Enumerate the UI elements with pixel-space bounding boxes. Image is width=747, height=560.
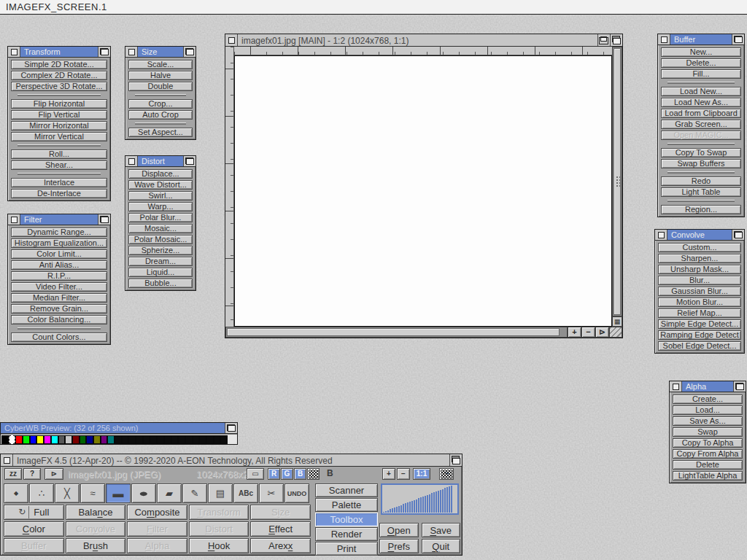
copy-from-alpha-button[interactable]: Copy From Alpha [673,449,743,459]
depth-icon[interactable] [183,156,196,166]
balance-button[interactable]: Balance [66,505,126,520]
dither-swatch-icon[interactable] [307,468,320,480]
shear-button[interactable]: Shear... [11,160,107,170]
image-canvas[interactable] [234,55,612,327]
depth-icon[interactable] [733,381,746,392]
redo-button[interactable]: Redo [661,176,741,186]
color-swatch[interactable] [193,435,200,444]
color-swatch[interactable] [65,435,72,444]
color-swatch[interactable] [80,435,87,444]
undo-button[interactable]: UNDO [285,483,309,503]
quit-button[interactable]: Quit [422,539,461,553]
auto-crop-button[interactable]: Auto Crop [128,110,193,120]
dream-button[interactable]: Dream... [128,257,193,266]
close-icon[interactable] [125,47,138,57]
anti-alias-button[interactable]: Anti Alias... [11,260,107,270]
region-button[interactable]: Region... [661,205,741,214]
composite-button[interactable]: Composite [127,505,187,520]
distort-titlebar[interactable]: Distort [125,156,196,167]
load-new-button[interactable]: Load New... [661,87,741,96]
close-icon[interactable] [1,454,13,466]
load-from-clipboard-button[interactable]: Load from Clipboard [661,109,741,118]
save-button[interactable]: Save [422,523,461,537]
close-icon[interactable] [670,381,682,392]
toolbox-button[interactable]: Toolbox [315,513,378,526]
color-swatch[interactable] [220,435,228,444]
mirror-vertical-button[interactable]: Mirror Vertical [11,132,107,141]
copy-to-alpha-button[interactable]: Copy To Alpha [673,438,743,448]
color-swatch[interactable] [93,435,101,444]
crop-button[interactable]: Crop... [128,99,193,109]
open-button[interactable]: Open [379,523,419,537]
r-i-p-button[interactable]: R.I.P... [11,271,107,281]
toolbar-titlebar[interactable]: ImageFX 4.5 (12-Apr-20) -- © 1992-2020 A… [1,454,462,467]
vertical-scrollbar[interactable] [612,47,622,316]
grab-screen-button[interactable]: Grab Screen... [661,120,741,129]
dynamic-range-button[interactable]: Dynamic Range... [11,228,107,237]
screen-mode-button[interactable]: ▭ [247,468,264,480]
video-filter-button[interactable]: Video Filter... [11,282,107,292]
depth-icon[interactable] [98,214,110,225]
perspective-3d-rotate-button[interactable]: Perspective 3D Rotate... [11,82,107,91]
horizontal-scroll-thumb[interactable] [227,328,560,336]
mosaic-button[interactable]: Mosaic... [128,224,193,233]
image-window-titlebar[interactable]: imagefx01.jpg [MAIN] - 1:2 (1024x768, 1:… [225,34,622,47]
oval-tool[interactable]: ● [131,483,156,503]
color-swatch[interactable] [23,435,30,444]
color-swatch[interactable] [115,435,122,444]
render-button[interactable]: Render [315,527,378,541]
blue-channel-toggle[interactable]: B [294,468,306,480]
color-swatch[interactable] [86,435,93,444]
depth-icon[interactable] [732,34,744,44]
color-swatch[interactable] [36,435,44,444]
print-button[interactable]: Print [315,542,378,556]
unsharp-mask-button[interactable]: Unsharp Mask... [658,265,741,274]
flip-vertical-button[interactable]: Flip Vertical [11,110,107,120]
remove-grain-button[interactable]: Remove Grain... [11,304,107,314]
color-swatch[interactable] [185,435,193,444]
delete-button[interactable]: Delete... [661,58,741,68]
histogram-equalization-button[interactable]: Histogram Equalization... [11,238,107,248]
ramping-edge-detect-button[interactable]: Ramping Edge Detect [658,330,741,340]
green-channel-toggle[interactable]: G [281,468,293,480]
arexx-button[interactable]: Arexx [250,538,311,553]
color-swatch[interactable] [101,435,108,444]
color-swatch[interactable] [15,435,23,444]
zoom-in-button[interactable]: + [568,327,581,338]
depth-icon[interactable] [183,47,196,57]
prefs-button[interactable]: Prefs [379,539,419,553]
roll-button[interactable]: Roll... [11,149,107,159]
depth-icon[interactable] [225,423,237,433]
color-balancing-button[interactable]: Color Balancing... [11,315,107,324]
mirror-horizontal-button[interactable]: Mirror Horizontal [11,121,107,131]
double-button[interactable]: Double [128,82,193,91]
sharpen-button[interactable]: Sharpen... [658,254,741,263]
color-button[interactable]: Color [4,521,64,537]
run-macro-button[interactable]: ⊳ [44,468,63,480]
set-aspect-button[interactable]: Set Aspect... [128,128,193,137]
convolve-titlebar[interactable]: Convolve [655,230,744,241]
buffer-titlebar[interactable]: Buffer [658,34,744,45]
color-swatch[interactable] [44,435,51,444]
halve-button[interactable]: Halve [128,71,193,80]
color-swatch[interactable] [51,435,58,444]
close-icon[interactable] [658,34,670,44]
color-swatch[interactable] [171,435,179,444]
color-swatch[interactable] [107,435,115,444]
close-icon[interactable] [8,47,20,57]
flip-horizontal-button[interactable]: Flip Horizontal [11,99,107,109]
polar-mosaic-button[interactable]: Polar Mosaic... [128,235,193,244]
gaussian-blur-button[interactable]: Gaussian Blur... [658,287,741,296]
color-swatch[interactable] [143,435,150,444]
brush-button[interactable]: Brush [66,538,126,553]
fill-tool[interactable]: ▤ [208,483,233,503]
color-swatch[interactable] [1,435,9,444]
color-swatch[interactable] [157,435,164,444]
color-swatch[interactable] [150,435,157,444]
color-limit-button[interactable]: Color Limit... [11,249,107,259]
complex-2d-rotate-button[interactable]: Complex 2D Rotate... [11,71,107,80]
size-titlebar[interactable]: Size [125,47,196,58]
scanner-button[interactable]: Scanner [315,483,378,497]
copy-to-swap-button[interactable]: Copy To Swap [661,148,741,158]
interlace-button[interactable]: Interlace [11,178,107,187]
